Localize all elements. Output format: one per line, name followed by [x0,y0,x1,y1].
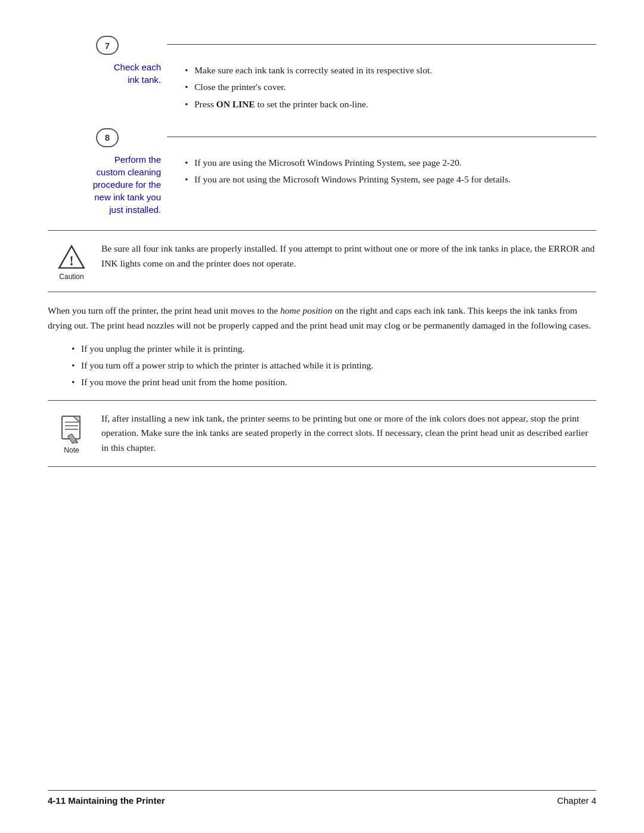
caution-label: Caution [59,272,83,281]
step-7-section: 7 Check each ink tank. Make s [48,36,596,114]
step-7-badge-col: 7 [48,36,167,61]
step-8-header: 8 [48,128,596,153]
divider-3 [48,400,596,401]
footer-left: 4-11 Maintaining the Printer [48,795,165,806]
caution-text: Be sure all four ink tanks are properly … [95,241,596,271]
step-8-left: Perform the custom cleaning procedure fo… [48,153,167,216]
step-7-bullet-3: Press ON LINE to set the printer back on… [181,97,596,111]
main-content: 7 Check each ink tank. Make s [48,36,596,525]
on-line-bold: ON LINE [216,99,255,109]
step-8-label: Perform the custom cleaning procedure fo… [48,153,167,216]
note-row: Note If, after installing a new ink tank… [48,411,596,456]
step-7-badge: 7 [96,36,119,55]
home-bullet-1: If you unplug the printer while it is pr… [68,342,596,355]
step-7-bullet-1: Make sure each ink tank is correctly sea… [181,63,596,77]
step-7-bullet-2: Close the printer's cover. [181,80,596,94]
step-8-bullet-1: If you are using the Microsoft Windows P… [181,156,596,169]
note-pencil-icon [58,414,85,444]
divider-1 [48,230,596,231]
caution-triangle-icon: ! [57,244,86,270]
step-8-badge-col: 8 [48,128,167,153]
step-7-row: Check each ink tank. Make sure each ink … [48,61,596,114]
caution-row: ! Caution Be sure all four ink tanks are… [48,241,596,281]
step-7-line [167,36,596,45]
footer-right: Chapter 4 [557,795,596,806]
step-7-bullets: Make sure each ink tank is correctly sea… [179,63,596,111]
step-7-label: Check each ink tank. [48,61,167,86]
home-position-para: When you turn off the printer, the print… [48,303,596,333]
step-8-bullets: If you are using the Microsoft Windows P… [179,156,596,187]
step-8-section: 8 Perform the custom cleaning procedure … [48,128,596,216]
step-7-left: Check each ink tank. [48,61,167,86]
divider-2 [48,292,596,292]
step-7-right: Make sure each ink tank is correctly sea… [167,61,596,114]
step-8-right: If you are using the Microsoft Windows P… [167,153,596,190]
home-bullet-3: If you move the print head unit from the… [68,375,596,389]
footer: 4-11 Maintaining the Printer Chapter 4 [48,790,596,806]
step-8-line [167,128,596,137]
home-position-bullets: If you unplug the printer while it is pr… [66,342,596,389]
home-bullet-2: If you turn off a power strip to which t… [68,358,596,372]
page: 7 Check each ink tank. Make s [0,0,644,833]
note-icon-col: Note [48,411,95,454]
step-8-badge: 8 [96,128,119,147]
caution-icon-col: ! Caution [48,241,95,281]
note-text: If, after installing a new ink tank, the… [95,411,596,456]
divider-4 [48,466,596,467]
step-7-header: 7 [48,36,596,61]
home-position-italic: home position [280,305,332,315]
svg-text:!: ! [69,253,73,268]
step-8-bullet-2: If you are not using the Microsoft Windo… [181,172,596,186]
step-8-row: Perform the custom cleaning procedure fo… [48,153,596,216]
note-label: Note [64,446,79,454]
